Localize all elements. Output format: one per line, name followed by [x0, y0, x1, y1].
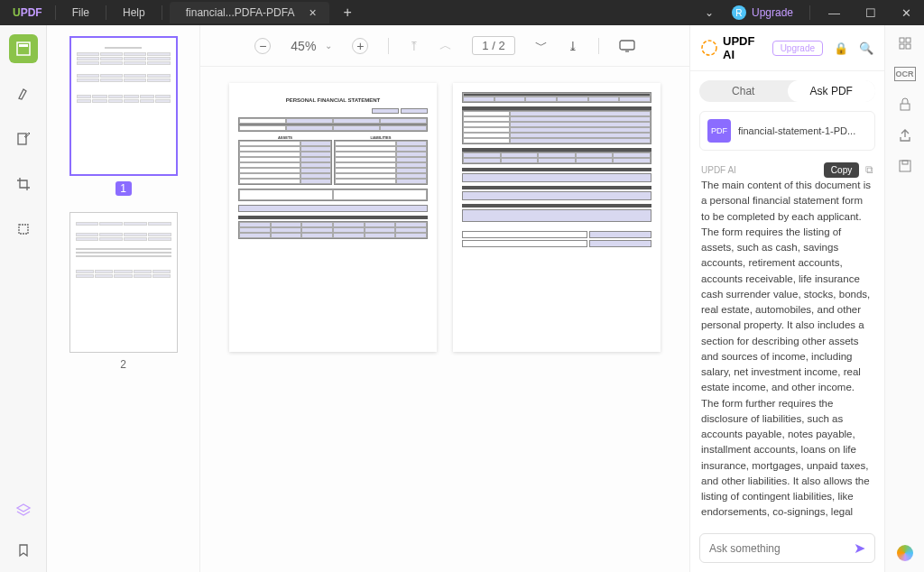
thumbnails-right-icon[interactable] [898, 36, 912, 51]
page-first-icon[interactable]: ⤒ [409, 39, 420, 53]
lock-icon[interactable]: 🔒 [834, 42, 848, 55]
presentation-icon[interactable] [619, 40, 635, 52]
thumb-label-1: 1 [116, 181, 132, 196]
ai-file-name: financial-statement-1-PD... [738, 125, 855, 136]
save-icon[interactable] [898, 159, 912, 173]
page-2[interactable] [453, 83, 661, 352]
layers-icon[interactable] [9, 496, 38, 525]
highlight-tool-icon[interactable] [9, 79, 38, 108]
window-minimize[interactable]: — [816, 6, 853, 20]
zoom-dropdown-icon[interactable]: ⌄ [325, 41, 332, 51]
ai-panel-title: UPDF AI [723, 34, 767, 61]
crop-tool-icon[interactable] [9, 170, 38, 198]
ai-upgrade-button[interactable]: Upgrade [772, 41, 823, 56]
left-toolbar [0, 25, 47, 572]
search-icon[interactable]: 🔍 [859, 42, 873, 55]
window-maximize[interactable]: ☐ [853, 6, 889, 20]
page-thumbnail-1[interactable] [69, 36, 178, 176]
document-viewport[interactable]: PERSONAL FINANCIAL STATEMENT ASSETS LIAB… [200, 67, 689, 572]
page-up-icon[interactable]: ︿ [439, 38, 452, 54]
svg-rect-6 [900, 38, 904, 42]
ai-input-field[interactable] [709, 542, 854, 555]
upgrade-button[interactable]: R Upgrade [721, 5, 804, 20]
share-icon[interactable] [898, 128, 912, 143]
svg-rect-9 [906, 44, 910, 49]
menu-help[interactable]: Help [106, 6, 162, 19]
window-close[interactable]: ✕ [889, 6, 924, 20]
protect-icon[interactable] [898, 97, 912, 112]
bookmark-icon[interactable] [9, 536, 38, 565]
updf-ai-logo-icon [701, 40, 717, 56]
copy-icon[interactable]: ⧉ [865, 163, 873, 176]
svg-rect-12 [902, 161, 908, 164]
tab-close-icon[interactable]: × [305, 5, 319, 20]
ai-file-chip[interactable]: PDF financial-statement-1-PD... [699, 111, 875, 151]
chevron-down-icon[interactable]: ⌄ [698, 6, 721, 19]
page-1[interactable]: PERSONAL FINANCIAL STATEMENT ASSETS LIAB… [229, 83, 437, 352]
page-last-icon[interactable]: ⤓ [568, 39, 578, 53]
zoom-value[interactable]: 45% [291, 39, 316, 53]
view-toolbar: − 45% ⌄ + ⤒ ︿ 1 / 2 ﹀ ⤓ [200, 25, 689, 67]
ai-panel: UPDF AI Upgrade 🔒 🔍 Chat Ask PDF PDF fin… [689, 25, 884, 572]
svg-rect-8 [900, 44, 904, 49]
tab-title: financial...PDFA-PDFA [186, 6, 295, 19]
svg-rect-3 [19, 225, 28, 234]
organize-tool-icon[interactable] [9, 215, 38, 244]
thumbnails-tool-icon[interactable] [9, 34, 38, 63]
svg-rect-4 [620, 41, 634, 50]
page-down-icon[interactable]: ﹀ [535, 38, 548, 54]
right-toolbar: OCR [884, 25, 924, 572]
svg-point-5 [702, 41, 716, 55]
app-logo: UPDF [0, 6, 55, 19]
copy-button[interactable]: Copy [824, 162, 859, 178]
svg-rect-7 [906, 38, 910, 42]
ai-floating-icon[interactable] [897, 545, 913, 561]
pdf-file-icon: PDF [707, 119, 731, 143]
svg-rect-2 [18, 134, 26, 144]
avatar: R [732, 5, 746, 20]
new-tab-button[interactable]: + [329, 5, 366, 21]
thumb-label-2: 2 [61, 358, 185, 371]
edit-tool-icon[interactable] [9, 125, 38, 153]
document-tab[interactable]: financial...PDFA-PDFA × [170, 2, 329, 23]
page-indicator[interactable]: 1 / 2 [472, 36, 514, 55]
tab-ask-pdf[interactable]: Ask PDF [788, 80, 876, 102]
ai-tabs: Chat Ask PDF [699, 80, 875, 102]
ai-section-label: UPDF AI [701, 165, 736, 175]
svg-rect-1 [19, 44, 28, 47]
thumbnail-panel: 1 2 [47, 25, 200, 572]
ai-input-box[interactable]: ➤ [699, 533, 875, 563]
zoom-in-button[interactable]: + [352, 38, 368, 54]
menu-file[interactable]: File [56, 6, 106, 19]
ocr-icon[interactable]: OCR [894, 67, 916, 81]
svg-rect-11 [900, 161, 910, 171]
tab-chat[interactable]: Chat [699, 80, 788, 102]
send-icon[interactable]: ➤ [854, 540, 865, 557]
zoom-out-button[interactable]: − [254, 38, 271, 54]
page-thumbnail-2[interactable] [69, 212, 178, 352]
ai-response-body: The main content of this document is a p… [690, 178, 884, 524]
svg-rect-10 [901, 104, 910, 110]
